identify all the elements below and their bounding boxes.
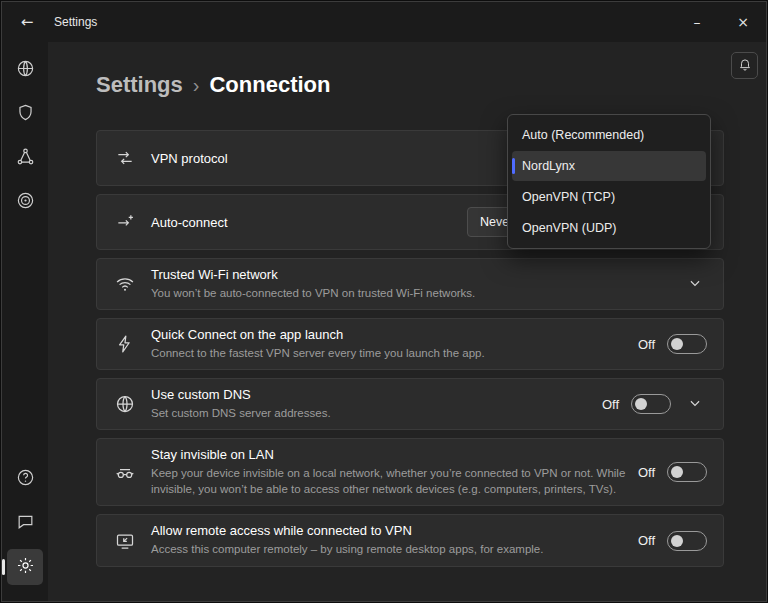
row-invisible-lan: Stay invisible on LAN Keep your device i… (96, 438, 724, 506)
expand-custom-dns-button[interactable] (683, 392, 707, 416)
target-icon (16, 191, 35, 213)
wifi-icon (115, 274, 135, 294)
row-title: Stay invisible on LAN (151, 447, 626, 462)
minimize-button[interactable]: – (674, 2, 720, 42)
chevron-down-icon (688, 396, 702, 413)
vpn-protocol-dropdown: Auto (Recommended) NordLynx OpenVPN (TCP… (507, 114, 711, 249)
row-quick-connect: Quick Connect on the app launch Connect … (96, 318, 724, 370)
sidebar-item-threat-protection[interactable] (7, 96, 43, 132)
lightning-icon (115, 334, 135, 354)
row-description: Connect to the fastest VPN server every … (151, 345, 626, 361)
row-controls: Off (638, 462, 707, 482)
shield-icon (16, 103, 35, 125)
row-description: Access this computer remotely – by using… (151, 541, 626, 557)
row-text: Trusted Wi-Fi network You won’t be auto-… (151, 267, 683, 301)
quick-connect-toggle[interactable] (667, 334, 707, 354)
sidebar (2, 42, 48, 601)
sidebar-item-meshnet[interactable] (7, 140, 43, 176)
toggle-state-label: Off (638, 533, 655, 548)
chevron-down-icon (688, 276, 702, 293)
back-button[interactable]: ← (10, 8, 44, 36)
row-title: Quick Connect on the app launch (151, 327, 626, 342)
toggle-state-label: Off (602, 397, 619, 412)
dns-globe-icon (115, 394, 135, 414)
toggle-state-label: Off (638, 465, 655, 480)
row-text: Quick Connect on the app launch Connect … (151, 327, 638, 361)
auto-connect-icon (115, 212, 135, 232)
incognito-glasses-icon (115, 462, 135, 482)
dropdown-option-auto[interactable]: Auto (Recommended) (512, 120, 706, 150)
remote-access-toggle[interactable] (667, 531, 707, 551)
row-trusted-wifi: Trusted Wi-Fi network You won’t be auto-… (96, 258, 724, 310)
invisible-lan-toggle[interactable] (667, 462, 707, 482)
dropdown-option-openvpn-udp[interactable]: OpenVPN (UDP) (512, 213, 706, 243)
dropdown-option-nordlynx[interactable]: NordLynx (512, 151, 706, 181)
gear-icon (16, 556, 35, 578)
protocol-arrows-icon (115, 148, 135, 168)
dropdown-option-openvpn-tcp[interactable]: OpenVPN (TCP) (512, 182, 706, 212)
toggle-knob (671, 535, 683, 547)
breadcrumb: Settings › Connection (96, 72, 766, 98)
feedback-icon (16, 512, 35, 534)
sidebar-item-help[interactable] (7, 461, 43, 497)
row-custom-dns: Use custom DNS Set custom DNS server add… (96, 378, 724, 430)
row-title: Use custom DNS (151, 387, 590, 402)
notifications-button[interactable] (731, 52, 758, 79)
row-remote-access: Allow remote access while connected to V… (96, 514, 724, 566)
custom-dns-toggle[interactable] (631, 394, 671, 414)
sidebar-item-dark-web-monitor[interactable] (7, 184, 43, 220)
close-button[interactable]: × (720, 2, 766, 42)
row-title: Trusted Wi-Fi network (151, 267, 671, 282)
sidebar-item-vpn[interactable] (7, 52, 43, 88)
row-description: Set custom DNS server addresses. (151, 405, 590, 421)
globe-icon (16, 59, 35, 81)
row-text: Stay invisible on LAN Keep your device i… (151, 447, 638, 497)
row-description: Keep your device invisible on a local ne… (151, 465, 626, 497)
row-controls: Off (602, 392, 707, 416)
breadcrumb-separator-icon: › (193, 74, 200, 97)
toggle-knob (635, 398, 647, 410)
row-controls: Off (638, 334, 707, 354)
toggle-knob (671, 338, 683, 350)
sidebar-item-settings[interactable] (7, 549, 43, 585)
row-controls: Off (638, 531, 707, 551)
expand-trusted-wifi-button[interactable] (683, 272, 707, 296)
row-text: Auto-connect (151, 215, 467, 230)
remote-desktop-icon (115, 531, 135, 551)
row-title: Allow remote access while connected to V… (151, 523, 626, 538)
toggle-state-label: Off (638, 337, 655, 352)
breadcrumb-settings[interactable]: Settings (96, 72, 183, 98)
row-text: Use custom DNS Set custom DNS server add… (151, 387, 602, 421)
titlebar: ← Settings – × (2, 2, 766, 42)
window-title: Settings (54, 15, 97, 29)
row-controls (683, 272, 707, 296)
help-icon (16, 468, 35, 490)
page-title: Connection (209, 72, 330, 98)
row-description: You won’t be auto-connected to VPN on tr… (151, 285, 671, 301)
row-text: Allow remote access while connected to V… (151, 523, 638, 557)
sidebar-item-feedback[interactable] (7, 505, 43, 541)
row-title: Auto-connect (151, 215, 455, 230)
meshnet-nodes-icon (16, 147, 35, 169)
settings-window: ← Settings – × (1, 1, 767, 602)
bell-icon (738, 57, 752, 74)
toggle-knob (671, 466, 683, 478)
